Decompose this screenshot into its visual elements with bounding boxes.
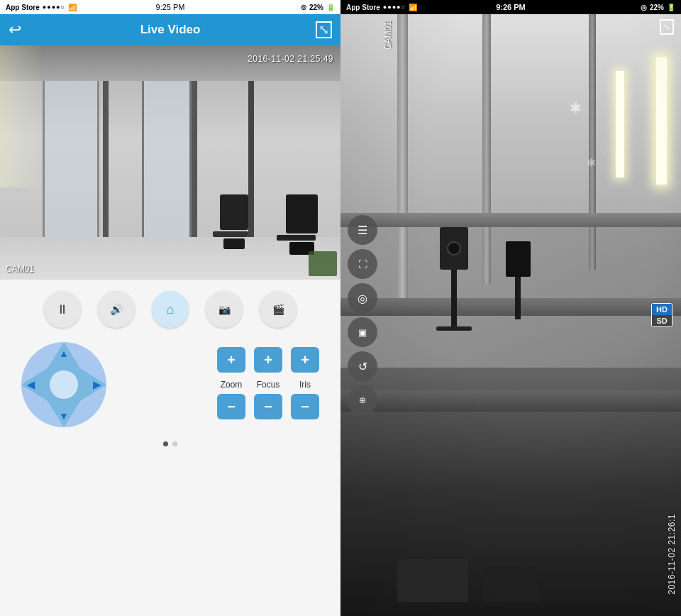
ptz-joystick[interactable]: ▲ ▼ ◀ ▶: [21, 342, 106, 427]
feed-timestamp-left: 2016-11-02 21:25:49: [248, 54, 333, 64]
fullscreen-icon-right: ⤡: [660, 19, 674, 35]
camera-feed-right: ✱ ✱ ⚙: [340, 14, 681, 616]
carrier-signal-right: App Store ●●●●○ 📶: [346, 4, 417, 11]
zoom-minus-icon: −: [227, 399, 236, 415]
fullscreen-button-right[interactable]: ⤡: [660, 18, 674, 33]
control-buttons-row: ⏸ 🔊 ⌂ 📷 🎬: [44, 291, 297, 328]
zfi-labels-row: Zoom Focus Iris: [217, 380, 319, 390]
ptz-up-arrow: ▲: [59, 348, 69, 359]
ptz-right-arrow: ▶: [93, 379, 101, 390]
battery-area-right: ◎ 22% 🔋: [641, 4, 675, 11]
signal-dots-left: ●●●●○: [43, 4, 65, 11]
zfi-minus-row: − − −: [217, 394, 319, 419]
time-left: 9:25 PM: [156, 3, 185, 11]
ptz-settings-icon: ⛶: [358, 259, 367, 270]
iris-label: Iris: [291, 380, 319, 390]
camera-feed-left: 2016-11-02 21:25:49 CAM01: [0, 45, 340, 280]
record-button[interactable]: 🎬: [260, 291, 297, 328]
dpad-button[interactable]: ⊕: [348, 385, 377, 415]
nav-bar-left: ↩ Live Video ⤡: [0, 14, 340, 45]
ptz-settings-button[interactable]: ⛶: [348, 249, 377, 279]
refresh-button[interactable]: ↺: [348, 351, 377, 381]
feed-timestamp-right: 2016-11-02 21:26:1: [667, 514, 677, 595]
zoom-minus-button[interactable]: −: [217, 394, 245, 419]
zoom-label: Zoom: [217, 380, 245, 390]
location-icon-right: ◎: [641, 4, 647, 11]
controls-area: ⏸ 🔊 ⌂ 📷 🎬: [0, 280, 340, 616]
hd-sd-badge: HD SD: [651, 303, 672, 327]
focus-minus-icon: −: [264, 399, 272, 415]
battery-area-left: ◎ 22% 🔋: [301, 4, 335, 11]
page-dots: [163, 441, 177, 446]
battery-icon-left: 🔋: [326, 4, 335, 11]
sd-option[interactable]: SD: [652, 315, 672, 326]
ptz-down-arrow: ▼: [59, 410, 69, 422]
iris-plus-button[interactable]: +: [291, 347, 319, 373]
status-bar-left: App Store ●●●●○ 📶 9:25 PM ◎ 22% 🔋: [0, 0, 340, 14]
record-icon: 🎬: [272, 304, 284, 315]
left-panel: App Store ●●●●○ 📶 9:25 PM ◎ 22% 🔋 ↩ Live…: [0, 0, 340, 616]
carrier-signal-left: App Store ●●●●○ 📶: [6, 4, 77, 11]
pause-icon: ⏸: [56, 302, 69, 317]
status-bar-right: App Store ●●●●○ 📶 9:26 PM ◎ 22% 🔋: [340, 0, 681, 14]
focus-plus-icon: +: [264, 352, 272, 368]
battery-left: 22%: [309, 4, 323, 11]
home-icon: ⌂: [167, 302, 175, 317]
page-dot-1[interactable]: [163, 441, 168, 446]
time-right: 9:26 PM: [496, 3, 526, 11]
wifi-icon-left: 📶: [68, 4, 77, 11]
side-toolbar: ☰ ⛶ ◎ ▣ ↺ ⊕: [348, 215, 377, 415]
iris-minus-icon: −: [301, 399, 309, 415]
fullscreen-button-left[interactable]: ⤡: [316, 21, 332, 38]
iris-minus-button[interactable]: −: [291, 394, 319, 419]
snapshot-icon: 📷: [218, 304, 231, 315]
location-icon-left: ◎: [301, 4, 306, 11]
iris-plus-icon: +: [301, 352, 309, 368]
battery-icon-right: 🔋: [667, 4, 675, 11]
zfi-plus-row: + + +: [217, 347, 319, 373]
battery-right: 22%: [650, 4, 664, 11]
screen-mode-button[interactable]: ▣: [348, 317, 377, 347]
focus-label: Focus: [254, 380, 282, 390]
page-title: Live Video: [140, 23, 201, 37]
signal-dots-right: ●●●●○: [383, 4, 406, 11]
camera-settings-icon: ◎: [358, 292, 367, 305]
dpad-icon: ⊕: [359, 395, 366, 405]
camera-label-left: CAM01: [6, 264, 34, 274]
menu-button[interactable]: ☰: [348, 215, 377, 245]
camera-label-right: CAM01: [383, 21, 393, 50]
snapshot-button[interactable]: 📷: [206, 291, 243, 328]
focus-minus-button[interactable]: −: [254, 394, 282, 419]
ptz-left-arrow: ◀: [27, 379, 35, 390]
pause-button[interactable]: ⏸: [44, 291, 81, 328]
office-scene-left: [0, 45, 340, 280]
carrier-left: App Store: [6, 4, 40, 11]
home-button[interactable]: ⌂: [152, 291, 189, 328]
refresh-icon: ↺: [358, 360, 367, 373]
zoom-focus-iris-controls: + + + Zoom Focus Iris: [217, 347, 319, 422]
carrier-right: App Store: [346, 4, 380, 11]
zoom-plus-button[interactable]: +: [217, 347, 245, 373]
zoom-plus-icon: +: [227, 352, 236, 368]
menu-icon: ☰: [358, 224, 367, 237]
hd-option[interactable]: HD: [652, 304, 672, 315]
ptz-outer-ring: ▲ ▼ ◀ ▶: [21, 342, 106, 427]
volume-icon: 🔊: [110, 303, 123, 316]
camera-settings-button[interactable]: ◎: [348, 283, 377, 313]
focus-plus-button[interactable]: +: [254, 347, 282, 373]
office-scene-right: ✱ ✱ ⚙: [340, 14, 681, 616]
volume-button[interactable]: 🔊: [98, 291, 135, 328]
wifi-icon-right: 📶: [409, 4, 417, 11]
ptz-center[interactable]: [50, 370, 78, 399]
ptz-zoom-row: ▲ ▼ ◀ ▶ + + +: [0, 342, 340, 427]
back-button[interactable]: ↩: [9, 21, 21, 39]
page-dot-2[interactable]: [172, 441, 177, 446]
right-panel: App Store ●●●●○ 📶 9:26 PM ◎ 22% 🔋 ✱: [340, 0, 681, 616]
screen-mode-icon: ▣: [358, 327, 367, 338]
